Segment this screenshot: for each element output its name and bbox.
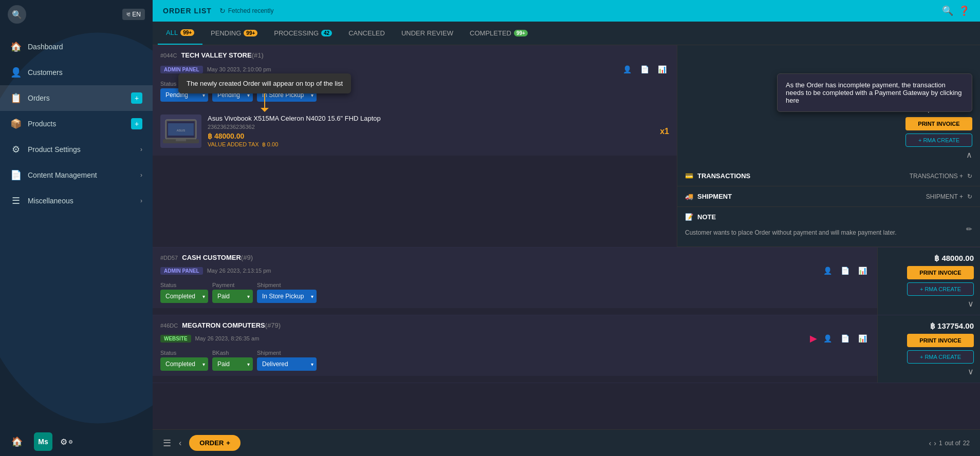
laptop-svg: ASUS — [163, 117, 199, 145]
shipment-refresh-button[interactable]: ↻ — [967, 193, 972, 200]
order-3-payment-label: BKash — [212, 350, 253, 356]
sidebar-item-products[interactable]: 📦 Products + — [0, 111, 153, 137]
order-3-chart-button[interactable]: 📊 — [855, 331, 870, 346]
user-avatar[interactable]: Ms — [34, 432, 52, 451]
sidebar-item-label: Orders — [28, 94, 125, 102]
tab-pending[interactable]: PENDING 99+ — [202, 22, 266, 44]
note-edit-button[interactable]: ✏ — [966, 225, 972, 233]
search-header-button[interactable]: 🔍 — [942, 5, 953, 16]
home-bottom-button[interactable]: 🏠 — [8, 432, 26, 451]
sidebar-item-dashboard[interactable]: 🏠 Dashboard — [0, 34, 153, 60]
sidebar-item-content-management[interactable]: 📄 Content Management › — [0, 162, 153, 188]
sidebar-item-orders[interactable]: 📋 Orders + — [0, 85, 153, 111]
hamburger-button[interactable]: ☰ — [163, 438, 171, 449]
order-3-payment-select[interactable]: Paid Pending — [212, 357, 253, 371]
tab-processing[interactable]: PROCESSING 42 — [266, 22, 340, 44]
order-3-status-select[interactable]: Completed Pending — [160, 357, 208, 371]
sidebar-item-miscellaneous[interactable]: ☰ Miscellaneous › — [0, 188, 153, 214]
order-3-user-button[interactable]: 👤 — [820, 331, 835, 346]
note-title: 📝 NOTE — [685, 213, 716, 221]
order-2-shipment-select[interactable]: In Store Pickup Delivered — [257, 290, 317, 303]
tab-all[interactable]: ALL 99+ — [158, 22, 202, 45]
tab-under-review[interactable]: UNDER REVIEW — [393, 22, 461, 44]
help-header-button[interactable]: ❓ — [958, 5, 970, 16]
note-panel: 📝 NOTE Customer wants to place Order wit… — [677, 207, 980, 247]
collapse-button[interactable]: ∧ — [966, 150, 972, 160]
language-switcher[interactable]: বা EN — [122, 9, 145, 20]
order-3-status-col: Status Completed Pending — [160, 350, 208, 371]
order-user-button[interactable]: 👤 — [620, 62, 634, 77]
order-3-doc-button[interactable]: 📄 — [838, 331, 852, 346]
svg-text:ASUS: ASUS — [177, 129, 185, 132]
sidebar-item-product-settings[interactable]: ⚙ Product Settings › — [0, 137, 153, 162]
shipment-panel: 🚚 SHIPMENT SHIPMENT + ↻ — [677, 186, 980, 207]
order-3-container: #46DC MEGATRON COMPUTERS(#79) WEBSITE Ma… — [153, 315, 980, 383]
expanded-right-panel: As the Order has incomplete payment, the… — [677, 45, 980, 247]
transactions-title: 💳 TRANSACTIONS — [685, 172, 750, 180]
tooltip-text: The newly created Order will appear on t… — [187, 80, 343, 87]
tab-completed[interactable]: COMPLETED 99+ — [461, 22, 536, 44]
order-2-rma-button[interactable]: + RMA CREATE — [907, 282, 974, 296]
add-product-button[interactable]: + — [131, 118, 142, 129]
search-button[interactable]: 🔍 — [8, 5, 26, 24]
order-2-print-button[interactable]: PRINT INVOICE — [907, 266, 974, 279]
order-2-shipment-wrap[interactable]: In Store Pickup Delivered — [257, 290, 317, 303]
products-icon: 📦 — [10, 118, 22, 129]
order-2-status-wrap[interactable]: Completed Pending — [160, 290, 208, 303]
add-order-button[interactable]: + — [131, 92, 142, 104]
payment-callout: As the Order has incomplete payment, the… — [777, 73, 972, 112]
settings-button[interactable]: ⚙ ⚙ — [60, 437, 73, 447]
order-2-selects: Status Completed Pending Payment — [153, 282, 877, 308]
order-3-print-button[interactable]: PRINT INVOICE — [907, 334, 974, 347]
chevron-right-icon: › — [140, 197, 142, 204]
order-2-user-button[interactable]: 👤 — [820, 263, 835, 278]
header-actions: 🔍 ❓ — [942, 5, 970, 16]
back-button[interactable]: ‹ — [179, 439, 181, 448]
print-invoice-button[interactable]: PRINT INVOICE — [905, 117, 972, 130]
truck-icon: 🚚 — [685, 193, 693, 200]
rma-create-button[interactable]: + RMA CREATE — [905, 134, 972, 147]
sidebar-item-label: Customers — [28, 68, 142, 77]
order-2-meta: ADMIN PANEL May 26 2023, 2:13:15 pm 👤 📄 … — [153, 263, 877, 282]
order-2-chart-button[interactable]: 📊 — [855, 263, 870, 278]
order-2-collapse-button[interactable]: ∨ — [968, 299, 974, 309]
order-3-payment-wrap[interactable]: Paid Pending — [212, 357, 253, 371]
order-2-payment-wrap[interactable]: Paid Pending — [212, 290, 253, 303]
tab-all-badge: 99+ — [180, 29, 194, 36]
shipment-add-button[interactable]: SHIPMENT + — [926, 193, 963, 200]
sidebar-item-label: Products — [28, 120, 125, 128]
order-3-action-icons: ▶ 👤 📄 📊 — [810, 331, 870, 346]
order-3-rma-button[interactable]: + RMA CREATE — [907, 350, 974, 364]
order-3-collapse-button[interactable]: ∨ — [968, 367, 974, 376]
tab-canceled[interactable]: CANCELED — [340, 22, 393, 44]
sidebar-item-customers[interactable]: 👤 Customers — [0, 60, 153, 85]
order-3-shipment-wrap[interactable]: Delivered In Store Pickup — [257, 357, 317, 371]
product-info: Asus Vivobook X515MA Celeron N4020 15.6"… — [208, 115, 654, 148]
order-list: The newly created Order will appear on t… — [153, 45, 980, 429]
order-3-status-wrap[interactable]: Completed Pending — [160, 357, 208, 371]
sidebar-top: 🔍 বা EN — [0, 0, 153, 29]
order-customer-name: TECH VALLEY STORE(#1) — [181, 51, 263, 59]
order-2-action-icons: 👤 📄 📊 — [820, 263, 870, 278]
header-bar: ORDER LIST ↻ Fetched recently 🔍 ❓ — [153, 0, 980, 22]
product-price: ฿ 48000.00 — [208, 132, 654, 140]
order-2-payment-select[interactable]: Paid Pending — [212, 290, 253, 303]
lang-label: EN — [132, 11, 141, 18]
transactions-add-button[interactable]: TRANSACTIONS + — [910, 173, 963, 180]
create-order-button[interactable]: ORDER + — [189, 435, 241, 451]
transactions-refresh-button[interactable]: ↻ — [967, 173, 972, 180]
order-2-doc-button[interactable]: 📄 — [838, 263, 852, 278]
next-page-button[interactable]: › — [934, 439, 936, 447]
prev-page-button[interactable]: ‹ — [929, 439, 932, 447]
product-qty: x1 — [660, 127, 669, 136]
transactions-header: 💳 TRANSACTIONS TRANSACTIONS + ↻ — [685, 172, 972, 180]
order-doc-button[interactable]: 📄 — [637, 62, 652, 77]
tab-pending-label: PENDING — [211, 29, 241, 37]
chevron-right-icon: › — [140, 146, 142, 153]
out-of-label: out of — [945, 440, 960, 447]
order-chart-button[interactable]: 📊 — [655, 62, 669, 77]
svg-rect-4 — [176, 139, 186, 141]
shipment-title: 🚚 SHIPMENT — [685, 193, 732, 200]
order-3-shipment-select[interactable]: Delivered In Store Pickup — [257, 357, 317, 371]
order-2-status-select[interactable]: Completed Pending — [160, 290, 208, 303]
